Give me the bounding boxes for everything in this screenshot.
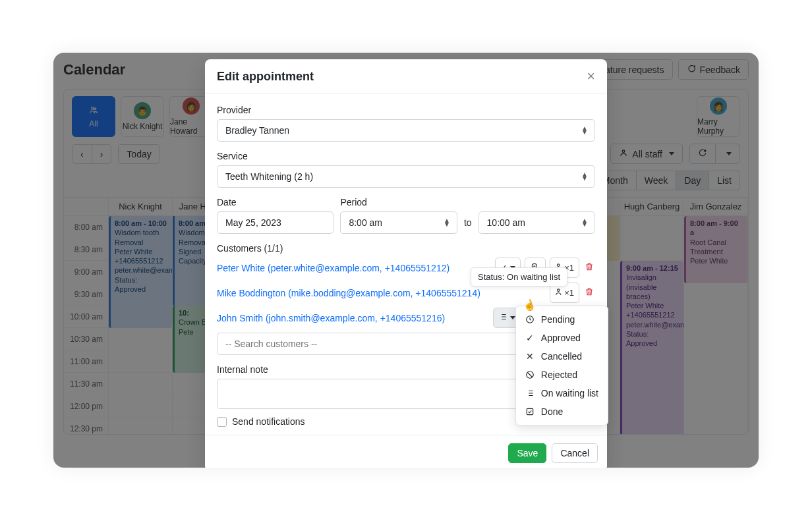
clock-icon [525, 315, 535, 324]
period-from-value: 8:00 am [349, 217, 382, 228]
period-from-select[interactable]: 8:00 am ▲▼ [340, 211, 457, 234]
select-stepper-icon: ▲▼ [581, 173, 588, 180]
send-notifications-checkbox[interactable] [217, 417, 227, 427]
chevron-down-icon [510, 316, 515, 319]
person-count: ×1 [564, 288, 574, 298]
svg-point-5 [558, 289, 560, 292]
period-to-select[interactable]: 10:00 am ▲▼ [478, 211, 595, 234]
trash-icon [585, 287, 594, 298]
period-to-label: to [464, 217, 472, 234]
status-option-approved[interactable]: ✓ Approved [516, 329, 608, 347]
select-stepper-icon: ▲▼ [581, 126, 588, 134]
service-select[interactable]: Teeth Whitening (2 h) ▲▼ [217, 165, 595, 188]
period-to-value: 10:00 am [487, 217, 525, 228]
provider-select[interactable]: Bradley Tannen ▲▼ [217, 119, 595, 142]
select-stepper-icon: ▲▼ [444, 219, 450, 227]
close-icon: × [587, 68, 595, 84]
service-value: Teeth Whitening (2 h) [225, 171, 313, 182]
modal-title: Edit appointment [217, 70, 314, 84]
svg-rect-10 [527, 408, 533, 414]
status-option-rejected[interactable]: Rejected [516, 366, 608, 384]
customer-link[interactable]: Mike Boddington (mike.bodding@example.co… [217, 288, 546, 298]
checkbox-icon [525, 407, 535, 416]
provider-value: Bradley Tannen [225, 125, 289, 136]
cancel-button[interactable]: Cancel [552, 443, 598, 463]
remove-customer-button[interactable] [583, 287, 595, 299]
x-icon: ✕ [525, 351, 535, 362]
list-icon [498, 312, 508, 323]
customers-label: Customers (1/1) [217, 243, 595, 254]
ban-icon [525, 370, 535, 379]
customer-link[interactable]: John Smith (john.smith@example.com, +140… [217, 313, 489, 323]
status-option-done[interactable]: Done [516, 402, 608, 421]
send-notifications-label: Send notifications [232, 416, 305, 427]
period-label: Period [340, 197, 457, 207]
list-icon [525, 389, 535, 398]
close-button[interactable]: × [587, 69, 595, 84]
check-icon: ✓ [525, 333, 535, 343]
svg-point-4 [558, 264, 560, 267]
status-option-waiting[interactable]: On waiting list [516, 384, 608, 402]
date-value: May 25, 2023 [225, 217, 281, 228]
provider-label: Provider [217, 105, 595, 115]
date-label: Date [217, 197, 334, 207]
status-dropdown-menu: Pending ✓ Approved ✕ Cancelled Rejected … [515, 306, 608, 425]
service-label: Service [217, 151, 595, 161]
select-stepper-icon: ▲▼ [581, 219, 588, 227]
status-option-cancelled[interactable]: ✕ Cancelled [516, 347, 608, 366]
person-icon [555, 287, 564, 298]
status-option-pending[interactable]: Pending [516, 310, 608, 329]
trash-icon [585, 262, 594, 273]
customer-link[interactable]: Peter White (peter.white@example.com, +1… [217, 263, 491, 273]
date-input[interactable]: May 25, 2023 [217, 211, 334, 234]
save-button[interactable]: Save [508, 443, 546, 463]
status-tooltip: Status: On waiting list [471, 267, 567, 287]
remove-customer-button[interactable] [583, 262, 595, 274]
